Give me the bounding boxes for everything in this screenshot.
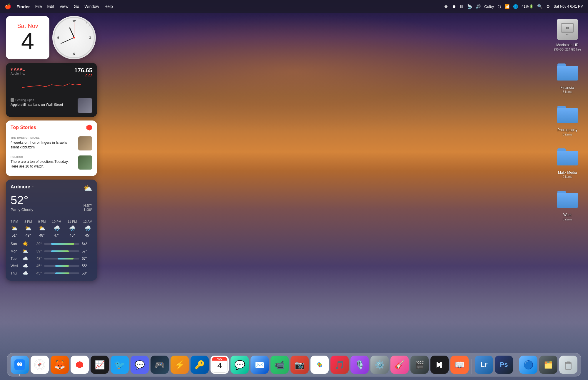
dock-finalcut[interactable]: [430, 356, 449, 374]
dock-system-prefs[interactable]: ⚙️: [370, 356, 389, 374]
forecast-wed: Wed ☁️ 45° 55°: [11, 263, 92, 269]
clock-widget[interactable]: 12 3 6 9: [52, 16, 96, 59]
forecast-thu-icon: ☁️: [22, 270, 29, 276]
dock-garageband[interactable]: 🎸: [390, 356, 409, 374]
dock-1password[interactable]: 🔑: [191, 356, 209, 374]
stock-ticker: AAPL: [11, 67, 25, 72]
dock-news[interactable]: [71, 356, 89, 374]
news-item-2[interactable]: Politico There are a ton of elections Tu…: [11, 153, 92, 172]
forecast-tue-day: Tue: [11, 257, 20, 261]
desktop-icon-macintosh-hd[interactable]: HD Macintosh HD 995 GB, 224 GB free: [553, 18, 582, 51]
menu-view[interactable]: View: [60, 4, 69, 9]
desktop-icon-photography[interactable]: Photography 5 items: [553, 103, 582, 136]
airplay-icon[interactable]: 📡: [467, 4, 472, 9]
stock-news-thumbnail: [78, 98, 92, 113]
dock-migration[interactable]: 🔵: [519, 356, 537, 374]
forecast-mon-bar: [51, 250, 69, 252]
apple-menu-icon[interactable]: 🍎: [5, 3, 11, 10]
forecast-tue-hi: 67°: [82, 257, 92, 261]
finder-icon-svg: [14, 359, 25, 370]
clock-num-3: 3: [89, 36, 91, 39]
discord-icon: 💬: [135, 360, 145, 370]
forecast-mon-icon: ⛅: [22, 248, 29, 254]
weather-low: L:36°: [83, 208, 92, 212]
dock-finder[interactable]: [11, 356, 29, 374]
news-item-2-headline: There are a ton of elections Tuesday. He…: [11, 159, 75, 169]
app-menu-finder[interactable]: Finder: [16, 4, 30, 9]
forecast-sun-bar-container: [44, 243, 79, 245]
hd-label-inner: HD: [566, 33, 569, 36]
menu-edit[interactable]: Edit: [47, 4, 54, 9]
screen-icon[interactable]: 🖥: [460, 4, 464, 9]
wifi-icon[interactable]: 📶: [505, 4, 510, 9]
macintosh-hd-sublabel: 995 GB, 224 GB free: [554, 48, 581, 51]
news-widget-title: Top Stories: [11, 125, 36, 130]
dock-reeder[interactable]: 📖: [450, 356, 469, 374]
news-item-1[interactable]: The Times of Israel 4 weeks on, horror l…: [11, 134, 92, 153]
record-icon[interactable]: ⏺: [452, 4, 456, 9]
dock-sysinfo[interactable]: 🗂️: [539, 356, 557, 374]
battery-status[interactable]: 41% 🔋: [522, 4, 534, 9]
menu-help[interactable]: Help: [104, 4, 113, 9]
eye-icon[interactable]: 👁: [444, 4, 448, 9]
user-name[interactable]: Colby: [484, 4, 494, 9]
calendar-widget[interactable]: Sat Nov 4: [6, 16, 49, 59]
stock-news-source: Seeking Alpha: [15, 98, 34, 102]
dock-photobooth[interactable]: 📷: [290, 356, 309, 374]
dock-facetime[interactable]: 📹: [270, 356, 289, 374]
dock-music[interactable]: 🎵: [330, 356, 349, 374]
hour-5-icon: 🌧️: [69, 225, 76, 232]
stocks-icon: 📈: [95, 360, 105, 370]
forecast-thu: Thu ☁️ 45° 58°: [11, 270, 92, 276]
dock-firefox[interactable]: 🦊: [51, 356, 69, 374]
menu-window[interactable]: Window: [84, 4, 99, 9]
menu-go[interactable]: Go: [74, 4, 79, 9]
stock-widget[interactable]: AAPL Apple Inc. 176.65 -0.92 Seeking Alp…: [6, 63, 97, 117]
dock-mail[interactable]: ✉️: [250, 356, 269, 374]
music-icon: 🎵: [335, 360, 345, 370]
cal-dock-month: NOV: [212, 357, 227, 361]
bluetooth-icon[interactable]: ⬡: [497, 4, 501, 9]
messages-icon: 💬: [234, 360, 245, 370]
menu-file[interactable]: File: [35, 4, 42, 9]
news-item-1-headline: 4 weeks on, horror lingers in Israel's s…: [11, 140, 75, 150]
macintosh-hd-label: Macintosh HD: [556, 43, 578, 48]
dock-safari[interactable]: [31, 356, 49, 374]
garageband-icon: 🎸: [395, 360, 405, 370]
forecast-wed-lo: 45°: [31, 264, 42, 268]
dock-photoshop[interactable]: Ps: [495, 356, 513, 374]
dock-lightroom[interactable]: Lr: [475, 356, 493, 374]
dock-calendar[interactable]: NOV 4: [211, 356, 229, 374]
desktop-icon-malix-media[interactable]: Malix Media 2 items: [553, 145, 582, 179]
hour-1-icon: ⛅: [11, 225, 18, 232]
weather-widget[interactable]: Ardmore ↑ ⛅ 52° Partly Cloudy H:57° L:36…: [6, 180, 97, 281]
hour-2-icon: ⛅: [25, 225, 31, 232]
weather-hour-6: 12 AM 🌧️ 45°: [83, 220, 92, 237]
vpn-icon[interactable]: 🌐: [513, 4, 518, 9]
forecast-tue-bar: [58, 258, 74, 260]
datetime-display[interactable]: Sat Nov 4 6:41 PM: [554, 4, 583, 9]
news-widget[interactable]: Top Stories The Times of Israel 4 weeks …: [6, 120, 97, 176]
weather-hour-2: 8 PM ⛅ 49°: [24, 220, 32, 237]
search-icon[interactable]: 🔍: [537, 4, 543, 9]
dock-steam[interactable]: 🎮: [151, 356, 169, 374]
svg-point-2: [19, 362, 22, 366]
desktop-icon-work[interactable]: Work 3 items: [553, 188, 582, 221]
control-center-icon[interactable]: ⚙: [546, 4, 550, 9]
dock-discord[interactable]: 💬: [131, 356, 149, 374]
dock-photos[interactable]: [310, 356, 329, 374]
clock-num-9: 9: [57, 36, 59, 39]
dock-twitter[interactable]: 🐦: [111, 356, 129, 374]
seeking-alpha-badge: Seeking Alpha: [11, 98, 75, 102]
dock-messages[interactable]: 💬: [230, 356, 249, 374]
dock-amphetamine[interactable]: ⚡: [171, 356, 189, 374]
malix-sublabel: 2 items: [563, 175, 572, 179]
desktop-icon-financial[interactable]: Financial 5 items: [553, 60, 582, 94]
dock-podcasts[interactable]: 🎙️: [350, 356, 369, 374]
weather-hilow: H:57° L:36°: [83, 204, 92, 212]
forecast-mon-hi: 57°: [82, 249, 92, 253]
dock-compressor[interactable]: 🎬: [410, 356, 429, 374]
volume-icon[interactable]: 🔊: [476, 4, 481, 9]
dock-trash[interactable]: [559, 356, 577, 374]
dock-stocks[interactable]: 📈: [91, 356, 109, 374]
